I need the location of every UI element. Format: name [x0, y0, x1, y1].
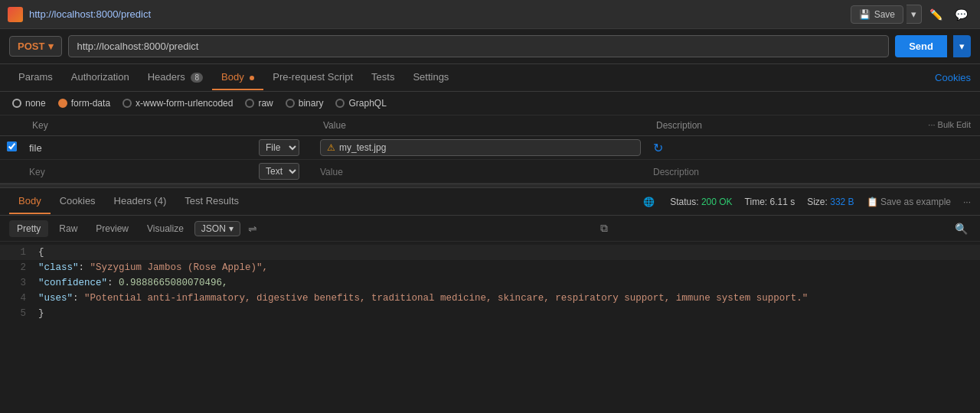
wrap-icon[interactable]: ⇌	[248, 223, 257, 235]
body-options: none form-data x-www-form-urlencoded raw…	[0, 92, 980, 115]
file-badge: ⚠ my_test.jpg	[320, 139, 641, 156]
save-example-btn[interactable]: 📋 Save as example	[867, 197, 951, 207]
new-type-select[interactable]: Text File	[259, 163, 299, 180]
request-bar: POST ▾ Send ▾	[0, 29, 980, 64]
format-bar: Pretty Raw Preview Visualize JSON ▾ ⇌ ⧉ …	[0, 216, 980, 242]
top-actions: 💾 Save ▾ ✏️ 💬	[851, 5, 972, 24]
tab-tests[interactable]: Tests	[362, 65, 403, 90]
option-none[interactable]: none	[12, 98, 46, 109]
row-description: ↻	[647, 136, 980, 160]
new-key-input[interactable]	[29, 167, 247, 177]
json-line: 5}	[0, 306, 980, 321]
more-options-btn[interactable]: ···	[963, 197, 971, 207]
headers-badge: 8	[191, 73, 203, 83]
resp-tab-tests[interactable]: Test Results	[175, 189, 248, 214]
tab-prerequest[interactable]: Pre-request Script	[263, 65, 362, 90]
radio-binary	[286, 99, 295, 108]
option-raw[interactable]: raw	[245, 98, 273, 109]
resp-tab-body[interactable]: Body	[9, 189, 51, 214]
save-dropdown-button[interactable]: ▾	[906, 5, 922, 24]
body-dot	[250, 76, 254, 80]
new-desc-input[interactable]	[653, 167, 974, 177]
bulk-edit-btn[interactable]: ··· Bulk Edit	[928, 120, 971, 129]
fmt-preview[interactable]: Preview	[88, 220, 136, 237]
copy-button[interactable]: ⧉	[597, 219, 611, 238]
tab-authorization[interactable]: Authorization	[62, 65, 139, 90]
radio-urlencoded	[122, 99, 132, 108]
option-urlencoded[interactable]: x-www-form-urlencoded	[122, 98, 233, 109]
json-line: 3 "confidence": 0.9888665080070496,	[0, 275, 980, 291]
save-button[interactable]: 💾 Save	[851, 5, 903, 24]
option-graphql[interactable]: GraphQL	[335, 98, 386, 109]
request-tabs: Params Authorization Headers 8 Body Pre-…	[0, 64, 980, 92]
response-tabs: Body Cookies Headers (4) Test Results 🌐 …	[0, 188, 980, 216]
table-row: file File Text ⚠ my_test.jpg ↻	[0, 136, 980, 160]
tab-body[interactable]: Body	[212, 65, 263, 90]
json-view: 1{2 "class": "Syzygium Jambos (Rose Appl…	[0, 242, 980, 324]
col-desc: Description ··· Bulk Edit	[647, 115, 980, 136]
url-input[interactable]	[68, 35, 889, 57]
method-select[interactable]: POST ▾	[9, 36, 62, 57]
method-caret: ▾	[48, 41, 54, 52]
fmt-raw[interactable]: Raw	[51, 220, 85, 237]
status-bar: 🌐 Status: 200 OK Time: 6.11 s Size: 332 …	[643, 197, 971, 207]
top-bar: http://localhost:8000/predict 💾 Save ▾ ✏…	[0, 0, 980, 29]
search-button[interactable]: 🔍	[952, 220, 971, 238]
json-line: 4 "uses": "Potential anti-inflammatory, …	[0, 291, 980, 306]
json-line: 1{	[0, 245, 980, 260]
fmt-pretty[interactable]: Pretty	[9, 220, 48, 237]
method-label: POST	[18, 41, 44, 52]
top-url-display: http://localhost:8000/predict	[29, 8, 844, 20]
globe-icon: 🌐	[643, 197, 655, 207]
radio-raw	[245, 99, 254, 108]
edit-icon-button[interactable]: ✏️	[925, 5, 947, 24]
col-key: Key	[23, 115, 253, 136]
file-name: my_test.jpg	[339, 142, 386, 153]
tab-params[interactable]: Params	[9, 65, 62, 90]
tab-headers[interactable]: Headers 8	[139, 65, 212, 90]
refresh-button[interactable]: ↻	[653, 141, 663, 155]
col-value: Value	[314, 115, 647, 136]
radio-none	[12, 99, 21, 108]
resp-tab-headers[interactable]: Headers (4)	[105, 189, 176, 214]
app-icon	[8, 7, 23, 22]
form-table: Key Value Description ··· Bulk Edit file…	[0, 115, 980, 184]
warning-icon: ⚠	[327, 142, 335, 153]
radio-formdata	[58, 99, 67, 108]
json-format-select[interactable]: JSON ▾	[194, 221, 240, 236]
new-row: Text File	[0, 160, 980, 184]
fmt-visualize[interactable]: Visualize	[139, 220, 191, 237]
save-icon: 💾	[859, 9, 871, 20]
tab-settings[interactable]: Settings	[403, 65, 458, 90]
status-text: Status: 200 OK	[670, 197, 732, 207]
resp-tab-cookies[interactable]: Cookies	[51, 189, 105, 214]
send-dropdown-button[interactable]: ▾	[953, 35, 971, 57]
radio-graphql	[335, 99, 345, 108]
row-type-select[interactable]: File Text	[259, 139, 299, 156]
option-binary[interactable]: binary	[286, 98, 324, 109]
time-text: Time: 6.11 s	[745, 197, 795, 207]
row-checkbox[interactable]	[7, 141, 17, 151]
size-text: Size: 332 B	[807, 197, 854, 207]
option-formdata[interactable]: form-data	[58, 98, 110, 109]
row-key: file	[23, 136, 253, 160]
cookies-link[interactable]: Cookies	[935, 72, 971, 83]
chat-icon-button[interactable]: 💬	[950, 5, 972, 24]
new-value-input[interactable]	[320, 167, 641, 177]
json-line: 2 "class": "Syzygium Jambos (Rose Apple)…	[0, 260, 980, 275]
send-button[interactable]: Send	[895, 35, 947, 57]
